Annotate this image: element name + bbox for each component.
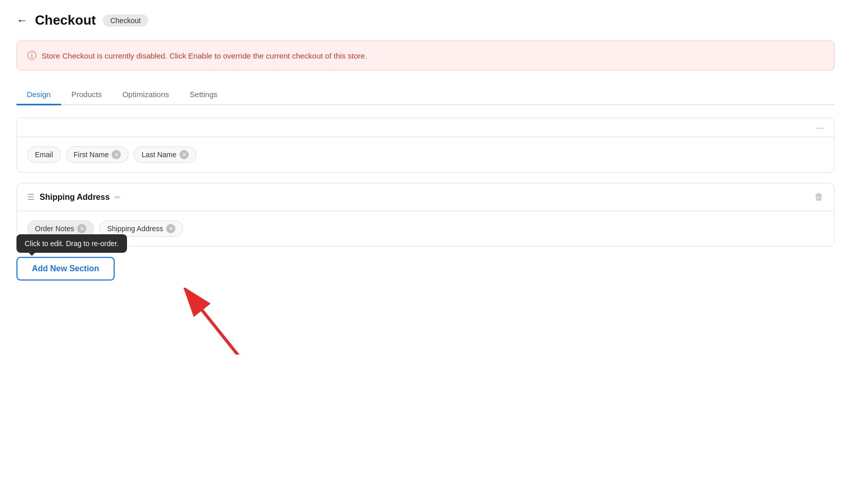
- tag-first-name-label: First Name: [74, 151, 108, 159]
- delete-icon[interactable]: 🗑: [814, 192, 824, 202]
- email-section-body: Email First Name ✕ Last Name ✕: [17, 137, 834, 172]
- tag-shipping-address-label: Shipping Address: [107, 225, 163, 233]
- shipping-section-title: Shipping Address: [40, 193, 110, 202]
- page-title: Checkout: [35, 12, 96, 28]
- tab-products[interactable]: Products: [61, 85, 112, 105]
- tooltip-box: Click to edit. Drag to re-order.: [16, 234, 127, 253]
- tag-order-notes-label: Order Notes: [35, 225, 74, 233]
- tag-order-notes-close[interactable]: ✕: [77, 224, 86, 233]
- tag-last-name[interactable]: Last Name ✕: [134, 146, 196, 163]
- tag-first-name[interactable]: First Name ✕: [66, 146, 129, 163]
- drag-icon: ☰: [27, 192, 34, 202]
- design-content: — Email First Name ✕ Last Name ✕: [16, 105, 835, 342]
- shipping-section-body: Order Notes ✕ Shipping Address ✕: [17, 211, 834, 246]
- tag-shipping-address-close[interactable]: ✕: [166, 224, 175, 233]
- tag-last-name-label: Last Name: [141, 151, 176, 159]
- tabs-nav: Design Products Optimizations Settings: [16, 85, 835, 105]
- tag-first-name-close[interactable]: ✕: [112, 150, 121, 159]
- shipping-header-left: ☰ Shipping Address ✏: [27, 192, 121, 202]
- tag-last-name-close[interactable]: ✕: [179, 150, 189, 159]
- page-wrapper: ← Checkout Checkout ⓘ Store Checkout is …: [0, 0, 851, 354]
- page-header: ← Checkout Checkout: [16, 12, 835, 28]
- minimize-icon[interactable]: —: [817, 123, 824, 132]
- edit-icon[interactable]: ✏: [115, 193, 121, 201]
- section-top-bar: —: [17, 118, 834, 137]
- alert-text: Store Checkout is currently disabled. Cl…: [42, 51, 367, 60]
- tab-settings[interactable]: Settings: [179, 85, 228, 105]
- tab-design[interactable]: Design: [16, 85, 61, 105]
- alert-icon: ⓘ: [27, 49, 37, 62]
- shipping-section-header: ☰ Shipping Address ✏ 🗑: [17, 183, 834, 211]
- checkout-badge: Checkout: [103, 14, 148, 27]
- email-section-card: — Email First Name ✕ Last Name ✕: [16, 118, 835, 173]
- red-arrow: [166, 288, 279, 354]
- shipping-section-card: ☰ Shipping Address ✏ 🗑 Order Notes ✕ Shi…: [16, 183, 835, 247]
- alert-banner: ⓘ Store Checkout is currently disabled. …: [16, 41, 835, 70]
- tag-email-label: Email: [35, 151, 53, 159]
- tab-optimizations[interactable]: Optimizations: [112, 85, 179, 105]
- tooltip-container: Click to edit. Drag to re-order. Add New…: [16, 257, 115, 281]
- tag-email[interactable]: Email: [27, 146, 61, 163]
- svg-line-1: [196, 303, 258, 354]
- add-new-section-button[interactable]: Add New Section: [16, 257, 115, 281]
- bottom-area: Click to edit. Drag to re-order. Add New…: [16, 257, 835, 342]
- back-button[interactable]: ←: [16, 14, 28, 27]
